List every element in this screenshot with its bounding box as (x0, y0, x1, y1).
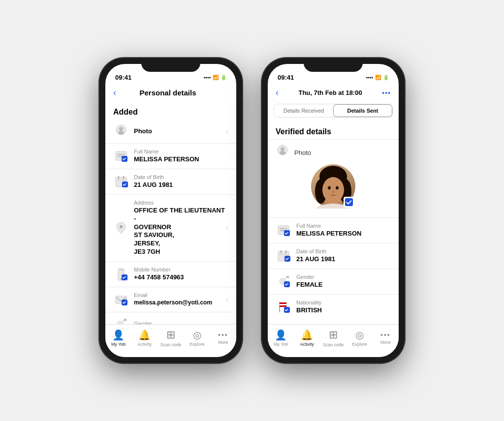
photo-label-2: Photo (294, 149, 311, 156)
photo-icon-1 (113, 124, 129, 138)
list-item-nationality-2[interactable]: Nationality BRITISH (268, 294, 399, 320)
svg-point-12 (120, 225, 123, 228)
bottom-bar-1: 👤 My Yoti 🔔 Activity ⊞ Scan code ◎ Explo… (105, 324, 236, 357)
svg-point-34 (332, 191, 334, 193)
bottom-tab-myyoti-2[interactable]: 👤 My Yoti (270, 329, 292, 347)
signal-icon: ▪▪▪▪ (204, 75, 211, 80)
svg-point-2 (118, 131, 124, 135)
phone-1-screen: 09:41 ▪▪▪▪ 📶 🔋 ‹ Personal details Added (105, 64, 236, 357)
chevron-email-1: › (226, 296, 228, 303)
notch-1 (141, 58, 200, 72)
myyoti-icon-2: 👤 (275, 329, 287, 341)
wifi-icon: 📶 (213, 75, 219, 80)
phone-1: 09:41 ▪▪▪▪ 📶 🔋 ‹ Personal details Added (99, 58, 242, 363)
email-value-1: melissa.peterson@yoti.com (134, 299, 226, 307)
list-item-gender-2[interactable]: Gender FEMALE (268, 269, 399, 294)
fullname-label-1: Full Name (134, 149, 228, 154)
list-item-dob-1[interactable]: Date of Birth 21 AUG 1981 (105, 169, 236, 194)
bottom-tab-myyoti-1[interactable]: 👤 My Yoti (108, 329, 129, 347)
screen-content-2[interactable]: Verified details Photo (268, 121, 399, 324)
bottom-tab-explore-1[interactable]: ◎ Explore (186, 329, 208, 347)
mobile-icon-1 (113, 268, 129, 281)
svg-point-31 (322, 177, 344, 203)
more-label-2: More (380, 340, 391, 345)
bottom-tab-more-2[interactable]: ••• More (375, 331, 396, 345)
fullname-value-1: MELISSA PETERSON (134, 155, 228, 164)
svg-rect-54 (280, 302, 286, 304)
wifi-icon-2: 📶 (375, 75, 381, 80)
dob-label-1: Date of Birth (134, 174, 228, 180)
gender-label-2: Gender (296, 274, 391, 280)
list-item-mobile-1[interactable]: Mobile Number +44 7458 574963 (105, 261, 236, 287)
list-item-photo-1[interactable]: Photo › (105, 120, 236, 143)
myyoti-icon-1: 👤 (112, 329, 125, 341)
photo-wrapper-2 (311, 164, 355, 209)
dob-content-1: Date of Birth 21 AUG 1981 (134, 174, 228, 189)
list-item-email-1[interactable]: Email melissa.peterson@yoti.com › (105, 287, 236, 312)
section-header-added: Added (105, 102, 236, 120)
bottom-tab-scan-1[interactable]: ⊞ Scan code (160, 329, 182, 347)
battery-icon-2: 🔋 (383, 75, 389, 80)
dob-label-2: Date of Birth (296, 248, 391, 254)
fullname-icon-1 (113, 149, 129, 163)
email-icon-1 (113, 293, 129, 306)
explore-label-1: Explore (189, 342, 205, 347)
email-content-1: Email melissa.peterson@yoti.com (134, 292, 226, 307)
status-time-2: 09:41 (278, 74, 294, 81)
bottom-tab-scan-2[interactable]: ⊞ Scan code (322, 329, 344, 347)
list-item-fullname-1[interactable]: Full Name MELISSA PETERSON (105, 143, 236, 169)
chevron-address-1: › (226, 224, 228, 232)
scan-icon-2: ⊞ (329, 329, 338, 341)
status-icons-1: ▪▪▪▪ 📶 🔋 (204, 75, 226, 80)
svg-rect-55 (280, 304, 286, 305)
photo-content-1: Photo (134, 127, 226, 136)
address-icon-1 (113, 221, 129, 235)
dob-icon-1 (113, 175, 129, 188)
svg-rect-14 (119, 270, 123, 270)
bottom-tab-more-1[interactable]: ••• More (212, 331, 234, 345)
scene: 09:41 ▪▪▪▪ 📶 🔋 ‹ Personal details Added (0, 0, 504, 421)
chevron-photo-1: › (226, 127, 228, 135)
scan-icon-1: ⊞ (166, 329, 175, 341)
tab-details-sent[interactable]: Details Sent (333, 104, 392, 117)
bottom-bar-2: 👤 My Yoti 🔔 Activity ⊞ Scan code ◎ Explo… (268, 324, 399, 357)
gender-label-1: Gender (134, 321, 228, 324)
more-label-1: More (218, 340, 228, 345)
nationality-content-2: Nationality BRITISH (296, 300, 391, 315)
list-item-gender-1[interactable]: Gender (105, 312, 236, 324)
svg-rect-56 (280, 305, 286, 307)
scan-label-1: Scan code (160, 342, 182, 347)
scan-label-2: Scan code (323, 342, 344, 347)
mobile-value-1: +44 7458 574963 (134, 273, 228, 282)
more-button-2[interactable]: ••• (382, 89, 391, 97)
tab-bar-2: Details Received Details Sent (274, 104, 393, 118)
list-item-address-1[interactable]: Address OFFICE OF THE LIEUTENANT - GOVER… (105, 194, 236, 261)
activity-label-2: Activity (300, 342, 315, 347)
signal-icon-2: ▪▪▪▪ (366, 75, 373, 80)
address-label-1: Address (134, 200, 226, 206)
photo-section-2: Photo (268, 139, 399, 217)
more-icon-1: ••• (218, 331, 228, 339)
address-content-1: Address OFFICE OF THE LIEUTENANT - GOVER… (134, 200, 226, 256)
list-item-fullname-2[interactable]: Full Name MELISSA PETERSON (268, 217, 399, 243)
bottom-tab-activity-1[interactable]: 🔔 Activity (134, 329, 156, 347)
svg-point-25 (280, 151, 285, 155)
fullname-label-2: Full Name (296, 223, 391, 229)
more-icon-2: ••• (380, 331, 391, 339)
explore-label-2: Explore (352, 342, 367, 347)
nationality-value-2: BRITISH (296, 306, 391, 315)
gender-content-2: Gender FEMALE (296, 274, 391, 289)
nav-bar-1: ‹ Personal details (105, 86, 236, 102)
fullname-value-2: MELISSA PETERSON (296, 230, 391, 238)
address-value-1: OFFICE OF THE LIEUTENANT - GOVERNOR ST S… (134, 207, 226, 256)
screen-content-1[interactable]: Added Photo › (105, 102, 236, 324)
bottom-tab-activity-2[interactable]: 🔔 Activity (296, 329, 318, 347)
list-item-dob-2[interactable]: Date of Birth 21 AUG 1981 (268, 243, 399, 269)
tab-details-received[interactable]: Details Received (274, 104, 333, 117)
bottom-tab-explore-2[interactable]: ◎ Explore (348, 329, 370, 347)
phone-2-screen: 09:41 ▪▪▪▪ 📶 🔋 ‹ Thu, 7th Feb at 18:00 •… (268, 64, 399, 357)
svg-rect-37 (345, 198, 353, 206)
gender-icon-1 (113, 317, 129, 324)
activity-icon-1: 🔔 (138, 329, 151, 341)
svg-point-33 (336, 186, 339, 190)
